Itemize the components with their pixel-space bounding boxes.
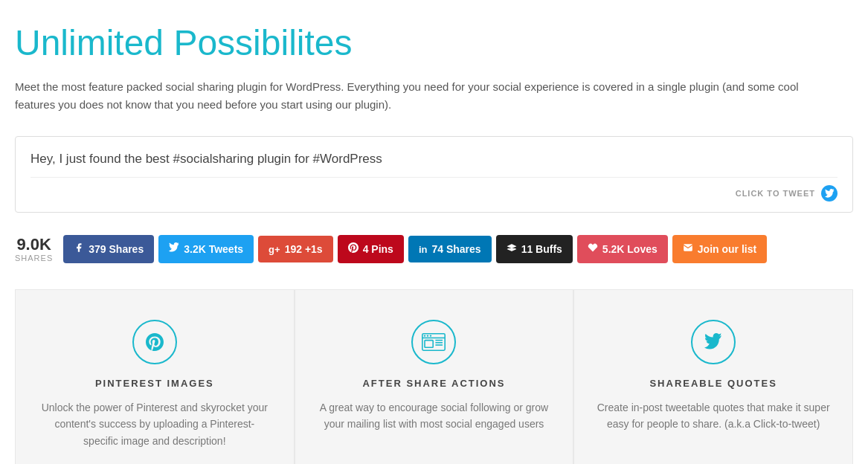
- click-to-tweet-label: CLICK TO TWEET: [736, 189, 815, 198]
- email-share-label: Join our list: [698, 243, 756, 255]
- total-shares-number: 9.0K: [15, 236, 53, 254]
- pinterest-share-button[interactable]: 4 Pins: [338, 235, 404, 263]
- svg-rect-2: [425, 341, 433, 348]
- page-title: Unlimited Possibilites: [15, 22, 853, 63]
- twitter-feature-icon: [691, 320, 736, 364]
- linkedin-icon: in: [419, 244, 428, 255]
- linkedin-share-button[interactable]: in 74 Shares: [408, 236, 492, 262]
- facebook-icon: [74, 242, 84, 256]
- facebook-share-label: 379 Shares: [89, 243, 144, 255]
- linkedin-share-label: 74 Shares: [431, 243, 480, 255]
- feature-after-share: AFTER SHARE ACTIONS A great way to encou…: [295, 289, 574, 464]
- google-plus-icon: g+: [269, 244, 280, 255]
- quotes-feature-title: SHAREABLE QUOTES: [597, 378, 830, 389]
- page-description: Meet the most feature packed social shar…: [15, 78, 833, 114]
- click-to-tweet-bar[interactable]: CLICK TO TWEET: [30, 177, 838, 202]
- buffer-icon: [507, 242, 517, 256]
- pinterest-feature-title: PINTEREST IMAGES: [38, 378, 271, 389]
- email-icon: [683, 242, 693, 256]
- heart-icon: [588, 242, 598, 256]
- feature-shareable-quotes: SHAREABLE QUOTES Create in-post tweetabl…: [573, 289, 853, 464]
- tweet-text: Hey, I just found the best #socialsharin…: [30, 152, 838, 167]
- pinterest-feature-desc: Unlock the power of Pinterest and skyroc…: [38, 399, 271, 449]
- facebook-share-button[interactable]: 379 Shares: [63, 235, 154, 263]
- svg-point-7: [427, 335, 428, 336]
- svg-point-6: [424, 335, 425, 336]
- total-shares-label: SHARES: [15, 254, 53, 262]
- twitter-icon: [169, 242, 179, 256]
- twitter-share-button[interactable]: 3.2K Tweets: [158, 235, 254, 263]
- email-share-button[interactable]: Join our list: [672, 235, 767, 263]
- buffer-share-label: 11 Buffs: [521, 243, 562, 255]
- google-share-button[interactable]: g+ 192 +1s: [258, 236, 333, 262]
- google-share-label: 192 +1s: [285, 243, 323, 255]
- share-bar: 9.0K SHARES 379 Shares 3.2K Tweets g+ 19…: [15, 235, 853, 263]
- browser-feature-icon: [411, 320, 456, 364]
- love-share-label: 5.2K Loves: [602, 243, 658, 255]
- svg-point-8: [430, 335, 431, 336]
- quotes-feature-desc: Create in-post tweetable quotes that mak…: [597, 399, 830, 433]
- features-grid: PINTEREST IMAGES Unlock the power of Pin…: [15, 289, 853, 464]
- pinterest-icon: [348, 242, 359, 256]
- tweet-box: Hey, I just found the best #socialsharin…: [15, 136, 853, 213]
- pinterest-feature-icon: [132, 320, 177, 364]
- twitter-share-label: 3.2K Tweets: [184, 243, 243, 255]
- total-shares: 9.0K SHARES: [15, 236, 53, 262]
- buffer-share-button[interactable]: 11 Buffs: [496, 235, 573, 263]
- love-share-button[interactable]: 5.2K Loves: [577, 235, 668, 263]
- feature-pinterest-images: PINTEREST IMAGES Unlock the power of Pin…: [15, 289, 295, 464]
- pinterest-share-label: 4 Pins: [363, 243, 393, 255]
- after-share-feature-title: AFTER SHARE ACTIONS: [318, 378, 551, 389]
- after-share-feature-desc: A great way to encourage social followin…: [318, 399, 551, 433]
- twitter-cta-icon[interactable]: [821, 185, 838, 202]
